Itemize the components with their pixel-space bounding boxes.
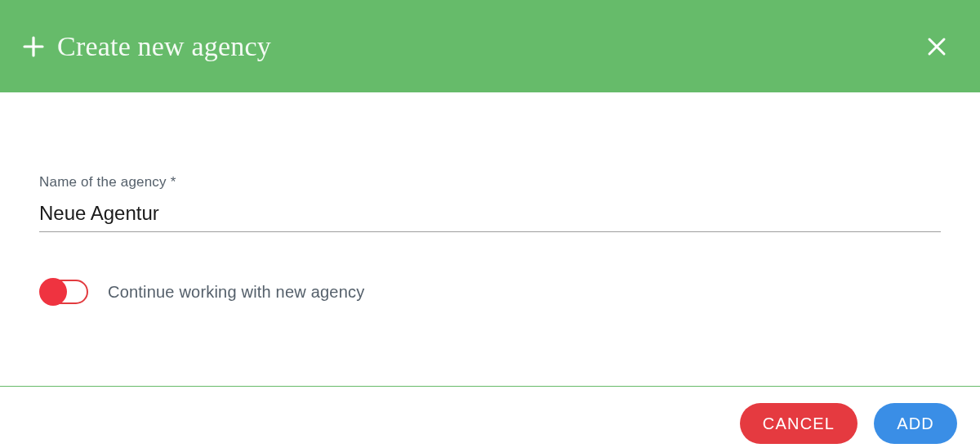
toggle-thumb <box>39 278 67 306</box>
agency-name-label: Name of the agency * <box>39 174 941 190</box>
continue-toggle[interactable] <box>39 278 90 306</box>
close-icon[interactable] <box>926 36 947 57</box>
dialog-header: Create new agency <box>0 0 980 92</box>
agency-name-input[interactable] <box>39 199 941 232</box>
dialog-title: Create new agency <box>57 31 271 62</box>
header-left: Create new agency <box>21 31 271 62</box>
continue-toggle-row: Continue working with new agency <box>39 278 941 306</box>
add-button[interactable]: ADD <box>874 403 957 444</box>
continue-toggle-label: Continue working with new agency <box>108 283 364 302</box>
dialog-body: Name of the agency * Continue working wi… <box>0 92 980 306</box>
plus-icon <box>21 34 46 59</box>
dialog-footer: CANCEL ADD <box>0 387 980 444</box>
cancel-button[interactable]: CANCEL <box>740 403 858 444</box>
